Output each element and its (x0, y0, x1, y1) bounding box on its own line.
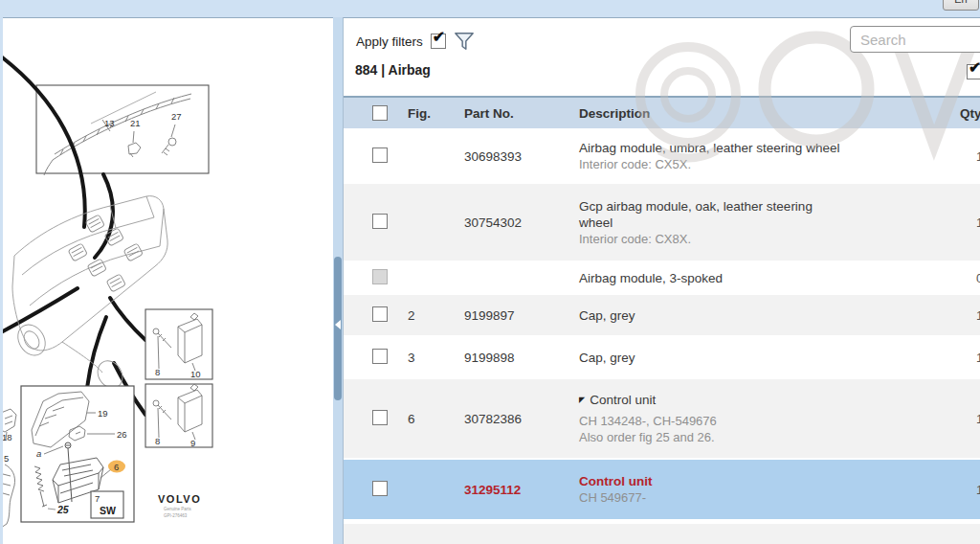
curtain-airbag-box (36, 85, 209, 173)
bottom-parts-box: 19 26 a 6 (21, 386, 134, 522)
row-checkbox[interactable] (372, 349, 388, 364)
inset-box-module-10: 8 10 (145, 309, 212, 379)
fig-cell: 3 (408, 351, 415, 365)
description-text: Cap, grey (579, 307, 895, 324)
description-cell: Gcp airbag module, oak, leather steering… (579, 198, 895, 247)
row-checkbox[interactable] (372, 410, 388, 425)
row-checkbox[interactable] (372, 147, 388, 163)
callout-8a: 8 (155, 367, 160, 377)
superseded-triangle-icon[interactable]: ◤ (579, 396, 585, 404)
callout-10: 10 (190, 369, 201, 379)
apply-filters-checkbox[interactable]: ✔ (431, 34, 446, 49)
qty-cell: 1 (976, 351, 980, 365)
fig-cell: 6 (408, 412, 415, 426)
table-header: Fig. Part No. Description Qty (344, 96, 980, 128)
description-text: Airbag module, 3-spoked (579, 270, 895, 286)
callout-7: 7 (95, 493, 100, 504)
qty-cell: 1 (976, 149, 980, 164)
table-row[interactable]: 3 9199898 Cap, grey 1 (344, 337, 980, 377)
description-cell: Cap, grey (579, 350, 895, 366)
column-part-no: Part No. (464, 106, 514, 121)
fig-cell: 2 (408, 308, 415, 323)
airbag-diagram: 13 21 27 (3, 18, 333, 544)
description-text: Airbag module, umbra, leather steering w… (579, 140, 895, 156)
check-icon: ✔ (433, 29, 445, 46)
select-all-checkbox[interactable]: ✔ (967, 64, 980, 79)
part-no-cell: 9199898 (464, 351, 515, 365)
description-note: Interior code: CX8X. (579, 231, 895, 247)
description-text: ◤Control unit (579, 392, 895, 408)
description-cell: Airbag module, 3-spoked (579, 270, 895, 286)
row-checkbox[interactable] (372, 306, 388, 322)
table-row[interactable]: 30698393 Airbag module, umbra, leather s… (344, 130, 980, 182)
description-note: Also order fig 25 and 26. (579, 429, 895, 445)
qty-cell: 1 (976, 308, 980, 323)
panel-splitter[interactable] (333, 17, 343, 544)
row-checkbox-disabled (372, 269, 388, 284)
table-row[interactable]: 7 9438415 ◤SRS reload 1 (344, 524, 980, 544)
description-cell: ◤Control unit CH 134248-, CH-549676 Also… (579, 392, 895, 445)
sw-label: SW (100, 505, 116, 516)
description-note: CH 549677- (579, 489, 895, 506)
part-no-cell: 30754302 (464, 215, 522, 230)
qty-cell: 1 (976, 215, 980, 230)
callout-19: 19 (98, 408, 108, 419)
callout-6: 6 (114, 462, 119, 472)
callout-9: 9 (190, 438, 195, 448)
callout-5: 5 (4, 453, 9, 464)
callout-a: a (36, 448, 41, 459)
section-title: 884 | Airbag (355, 62, 431, 78)
table-row[interactable]: 30754302 Gcp airbag module, oak, leather… (344, 184, 980, 261)
table-row[interactable]: 2 9199897 Cap, grey 1 (344, 295, 980, 335)
description-text: Gcp airbag module, oak, leather steering (579, 198, 895, 215)
callout-27: 27 (171, 111, 182, 122)
row-checkbox[interactable] (372, 481, 388, 496)
description-cell: Cap, grey (579, 307, 895, 324)
callout-18: 18 (3, 432, 12, 442)
table-row[interactable]: 6 30782386 ◤Control unit CH 134248-, CH-… (344, 379, 980, 458)
qty-cell: 1 (976, 483, 980, 497)
callout-8b: 8 (155, 436, 160, 446)
edge-part-5 (3, 465, 15, 528)
top-bar: En (0, 0, 980, 17)
part-no-cell: 9199897 (464, 308, 515, 323)
description-text: Control unit (579, 473, 895, 489)
filters-row: Apply filters ✔ (356, 32, 475, 51)
qty-cell: 1 (976, 412, 980, 426)
qty-cell: 0 (976, 271, 980, 285)
leader-lines (3, 57, 145, 415)
part-no-cell: 30698393 (464, 149, 522, 164)
volvo-sub2: GPI-276463 (164, 513, 188, 518)
callout-21: 21 (130, 118, 141, 128)
check-icon: ✔ (969, 59, 980, 77)
table-row[interactable]: Airbag module, 3-spoked 0 (344, 262, 980, 293)
diagram-panel: 13 21 27 (3, 17, 333, 544)
column-fig: Fig. (408, 106, 431, 121)
description-cell: Airbag module, umbra, leather steering w… (579, 140, 895, 172)
splitter-grip[interactable] (334, 257, 342, 400)
description-note: Interior code: CX5X. (579, 156, 895, 172)
callout-13: 13 (104, 118, 115, 128)
search-input[interactable] (850, 26, 980, 53)
filter-funnel-icon[interactable] (454, 31, 475, 52)
row-checkbox[interactable] (372, 214, 388, 229)
parts-panel: Apply filters ✔ 884 | Airbag ✔ Fig. Part… (343, 17, 980, 544)
header-checkbox[interactable] (372, 105, 388, 121)
callout-25: 25 (56, 504, 69, 515)
volvo-logo: VOLVO Genuine Parts GPI-276463 (158, 493, 201, 518)
description-cell: Control unit CH 549677- (579, 473, 895, 506)
language-button[interactable]: En (943, 0, 979, 11)
column-qty: Qty (960, 106, 980, 121)
description-note: CH 134248-, CH-549676 (579, 413, 895, 429)
description-text: Cap, grey (579, 350, 895, 366)
column-description: Description (579, 106, 650, 121)
callout-26: 26 (117, 429, 127, 440)
description-text: wheel (579, 215, 895, 231)
collapse-left-icon[interactable] (335, 320, 341, 329)
table-row-selected[interactable]: 31295112 Control unit CH 549677- 1 (344, 460, 980, 519)
inset-box-module-9: 8 9 (145, 384, 212, 448)
apply-filters-label: Apply filters (356, 34, 423, 49)
part-no-cell: 30782386 (464, 412, 522, 426)
part-no-cell: 31295112 (464, 483, 521, 497)
volvo-wordmark: VOLVO (158, 493, 201, 505)
